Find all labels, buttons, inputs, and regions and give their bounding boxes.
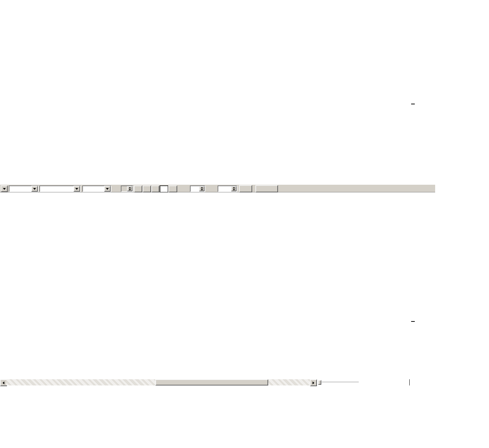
minutes-stepper[interactable]: [190, 185, 205, 192]
period-week-button[interactable]: [143, 185, 151, 192]
period-month-button[interactable]: [151, 185, 159, 192]
period-minute-button[interactable]: [160, 185, 168, 192]
chart-toolbar: [0, 184, 435, 192]
chevron-down-icon: [3, 188, 6, 190]
zoom-slider-track[interactable]: [322, 382, 359, 383]
apply-button[interactable]: [239, 185, 252, 192]
period-tick-button[interactable]: [168, 185, 177, 192]
scrollbar-thumb[interactable]: [155, 379, 268, 385]
bar-interval-value: [122, 186, 127, 191]
bottom-volume-multiplier-badge: [411, 321, 415, 322]
bar-count-stepper[interactable]: [218, 185, 237, 192]
axis-line: [409, 379, 410, 385]
bar-count-value: [218, 186, 231, 191]
chevron-down-icon[interactable]: [104, 186, 111, 192]
chevron-down-icon[interactable]: [73, 186, 80, 192]
contract-month-select[interactable]: [82, 185, 111, 192]
charts-canvas[interactable]: [0, 0, 489, 386]
scrollbar-track[interactable]: [268, 379, 310, 385]
scrollbar-track[interactable]: [6, 379, 155, 385]
top-volume-multiplier-badge: [411, 104, 415, 104]
spinner-arrows-icon[interactable]: [127, 186, 132, 191]
multi-symbol-button[interactable]: [255, 185, 278, 192]
arrow-right-icon: [313, 381, 314, 384]
instrument-select[interactable]: [39, 185, 81, 192]
minutes-value: [191, 186, 199, 191]
collapsed-dropdown-button[interactable]: [1, 185, 8, 192]
spinner-arrows-icon[interactable]: [199, 186, 204, 191]
bottom-scrollbar-row: [0, 379, 435, 385]
arrow-left-icon: [3, 381, 4, 384]
chevron-down-icon[interactable]: [31, 186, 38, 192]
instrument-type-select[interactable]: [9, 185, 39, 192]
zoom-slider-handle[interactable]: [318, 380, 321, 385]
bar-interval-stepper[interactable]: [121, 185, 133, 192]
period-day-button[interactable]: [134, 185, 142, 192]
scroll-right-button[interactable]: [310, 379, 317, 386]
spinner-arrows-icon[interactable]: [231, 186, 236, 191]
chart-application-window: [0, 0, 489, 448]
